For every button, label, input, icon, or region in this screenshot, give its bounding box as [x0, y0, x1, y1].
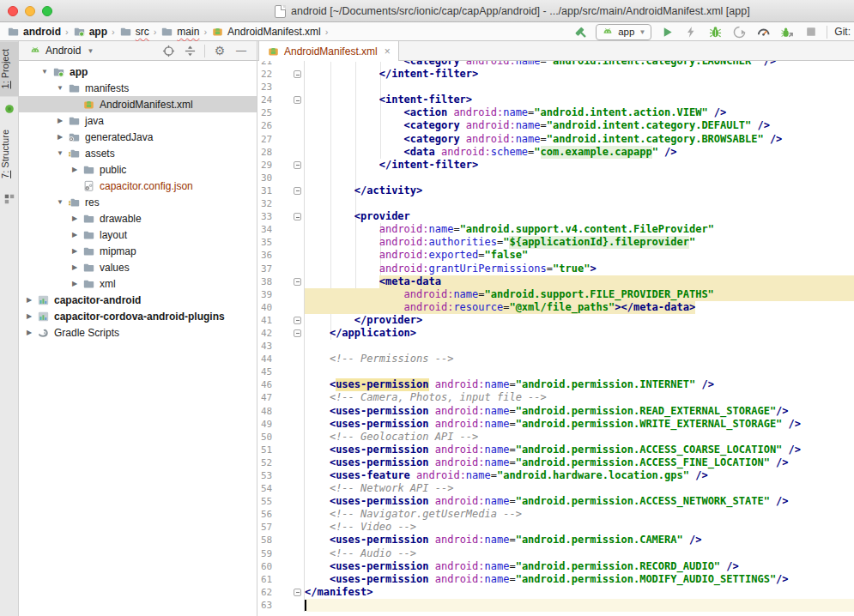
tool-window-button-project[interactable]: 1: Project: [0, 41, 19, 96]
fold-region-end-icon[interactable]: [294, 589, 301, 596]
fold-region-start-icon[interactable]: [294, 213, 301, 220]
code-line-44[interactable]: 44 <!-- Permissions -->: [257, 353, 854, 365]
tree-expand-icon[interactable]: ▼: [55, 149, 65, 157]
close-window-button[interactable]: [8, 6, 18, 16]
code-line-35[interactable]: 35 android:authorities="${applicationId}…: [257, 236, 854, 249]
tree-item-androidmanifest-xml[interactable]: AndroidManifest.xml: [19, 96, 257, 112]
chevron-down-icon[interactable]: ▼: [87, 47, 94, 55]
tree-item-capacitor-android[interactable]: ▶capacitor-android: [19, 292, 257, 308]
fold-region-end-icon[interactable]: [294, 329, 301, 337]
tree-item-capacitor-cordova-android-plugins[interactable]: ▶capacitor-cordova-android-plugins: [19, 308, 257, 324]
tab-androidmanifest[interactable]: AndroidManifest.xml ×: [258, 41, 399, 61]
minimize-window-button[interactable]: [25, 6, 35, 16]
tree-item-capacitor-config-json[interactable]: capacitor.config.json: [19, 178, 257, 194]
code-line-39[interactable]: 39 android:name="android.support.FILE_PR…: [257, 288, 854, 301]
tool-window-button-structure[interactable]: 7: Structure: [0, 122, 19, 186]
tree-collapse-icon[interactable]: ▶: [24, 329, 34, 336]
code-line-40[interactable]: 40 android:resource="@xml/file_paths"></…: [257, 301, 854, 314]
code-line-41[interactable]: 41 </provider>: [257, 314, 854, 327]
breadcrumb-item-android[interactable]: android: [5, 26, 63, 38]
code-line-45[interactable]: 45: [257, 365, 854, 378]
code-line-31[interactable]: 31 </activity>: [257, 184, 854, 197]
gear-button[interactable]: ⚙: [213, 44, 227, 57]
code-line-57[interactable]: 57 <!-- Video -->: [257, 521, 854, 534]
code-line-63[interactable]: 63: [257, 599, 854, 612]
tree-item-layout[interactable]: ▶layout: [19, 226, 257, 243]
fold-region-end-icon[interactable]: [294, 70, 301, 78]
tree-collapse-icon[interactable]: ▶: [70, 247, 80, 255]
attach-debugger-button[interactable]: [778, 23, 796, 40]
stop-button[interactable]: [803, 23, 820, 40]
code-line-59[interactable]: 59 <!-- Audio -->: [257, 547, 854, 560]
tree-item-java[interactable]: ▶java: [19, 112, 257, 129]
tree-expand-icon[interactable]: ▼: [55, 84, 65, 92]
debug-button[interactable]: [706, 23, 724, 40]
code-line-28[interactable]: 28 <data android:scheme="com.example.cap…: [257, 146, 854, 159]
tree-item-generatedjava[interactable]: ▶generatedJava: [19, 129, 257, 145]
tree-collapse-icon[interactable]: ▶: [24, 296, 34, 304]
apply-changes-button[interactable]: [682, 23, 700, 40]
code-line-52[interactable]: 52 <uses-permission android:name="androi…: [257, 456, 854, 469]
collapse-all-button[interactable]: [183, 44, 197, 57]
tree-collapse-icon[interactable]: ▶: [70, 280, 80, 287]
code-line-56[interactable]: 56 <!-- Navigator.getUserMedia -->: [257, 508, 854, 521]
tree-collapse-icon[interactable]: ▶: [55, 117, 65, 124]
tree-item-mipmap[interactable]: ▶mipmap: [19, 243, 257, 259]
close-icon[interactable]: ×: [385, 45, 391, 57]
code-line-23[interactable]: 23: [257, 81, 854, 94]
tree-item-xml[interactable]: ▶xml: [19, 275, 257, 292]
tree-collapse-icon[interactable]: ▶: [55, 133, 65, 141]
tree-expand-icon[interactable]: ▼: [39, 68, 50, 75]
fold-region-start-icon[interactable]: [294, 278, 301, 286]
zoom-window-button[interactable]: [42, 6, 52, 16]
code-line-37[interactable]: 37 android:grantUriPermissions="true">: [257, 263, 854, 275]
breadcrumb-item-androidmanifest-xml[interactable]: AndroidManifest.xml: [209, 26, 323, 38]
project-view-selector[interactable]: Android: [45, 45, 81, 57]
fold-region-end-icon[interactable]: [294, 317, 301, 324]
tree-collapse-icon[interactable]: ▶: [70, 263, 80, 271]
code-line-21[interactable]: 21 <category android:name="android.inten…: [257, 61, 854, 68]
run-button[interactable]: [658, 23, 675, 40]
fold-region-end-icon[interactable]: [294, 161, 301, 169]
code-line-32[interactable]: 32: [257, 197, 854, 210]
code-line-42[interactable]: 42 </application>: [257, 327, 854, 340]
breadcrumb-item-src[interactable]: src: [118, 26, 151, 38]
code-line-50[interactable]: 50 <!-- Geolocation API -->: [257, 431, 854, 444]
tree-item-values[interactable]: ▶values: [19, 259, 257, 275]
code-line-29[interactable]: 29 </intent-filter>: [257, 159, 854, 172]
code-line-46[interactable]: 46 <uses-permission android:name="androi…: [257, 378, 854, 391]
profiler-button[interactable]: [754, 23, 772, 40]
tree-item-manifests[interactable]: ▼manifests: [19, 80, 257, 96]
fold-region-start-icon[interactable]: [294, 96, 301, 104]
build-variants-button[interactable]: [3, 193, 15, 205]
code-line-27[interactable]: 27 <category android:name="android.inten…: [257, 133, 854, 146]
tree-item-drawable[interactable]: ▶drawable: [19, 210, 257, 226]
code-line-22[interactable]: 22 </intent-filter>: [257, 68, 854, 81]
code-line-61[interactable]: 61 <uses-permission android:name="androi…: [257, 573, 854, 586]
code-line-51[interactable]: 51 <uses-permission android:name="androi…: [257, 444, 854, 456]
hide-button[interactable]: —: [234, 44, 248, 57]
tree-item-gradle-scripts[interactable]: ▶Gradle Scripts: [19, 324, 257, 341]
code-line-55[interactable]: 55 <uses-permission android:name="androi…: [257, 495, 854, 508]
code-line-33[interactable]: 33 <provider: [257, 210, 854, 223]
code-line-43[interactable]: 43: [257, 340, 854, 353]
code-line-26[interactable]: 26 <category android:name="android.inten…: [257, 119, 854, 132]
code-line-60[interactable]: 60 <uses-permission android:name="androi…: [257, 560, 854, 573]
code-line-36[interactable]: 36 android:exported="false": [257, 249, 854, 262]
code-line-53[interactable]: 53 <uses-feature android:name="android.h…: [257, 469, 854, 482]
code-line-48[interactable]: 48 <uses-permission android:name="androi…: [257, 405, 854, 418]
build-button[interactable]: [572, 23, 589, 40]
code-line-58[interactable]: 58 <uses-permission android:name="androi…: [257, 534, 854, 547]
captures-button[interactable]: [3, 103, 15, 115]
code-line-24[interactable]: 24 <intent-filter>: [257, 94, 854, 106]
run-config-select[interactable]: app▼: [596, 24, 651, 40]
locate-button[interactable]: [161, 44, 175, 57]
code-line-34[interactable]: 34 android:name="android.support.v4.cont…: [257, 223, 854, 236]
fold-region-end-icon[interactable]: [294, 187, 301, 195]
tree-collapse-icon[interactable]: ▶: [70, 166, 80, 173]
code-line-38[interactable]: 38 <meta-data: [257, 275, 854, 288]
code-line-62[interactable]: 62</manifest>: [257, 586, 854, 599]
tree-item-assets[interactable]: ▼assets: [19, 145, 257, 161]
tree-item-app[interactable]: ▼app: [19, 63, 257, 80]
profile-button[interactable]: [730, 23, 748, 40]
